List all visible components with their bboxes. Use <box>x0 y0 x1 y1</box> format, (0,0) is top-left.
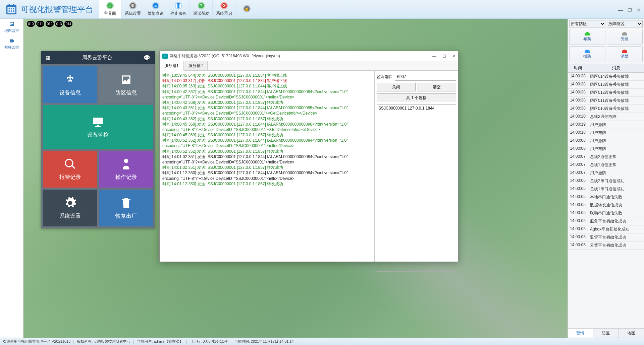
main-canvas: 010011012013014 ▦ 周界云警平台 💬 设备信息防区信息设备监控报… <box>23 19 644 338</box>
dialog-maximize-icon[interactable]: ☐ <box>442 54 446 59</box>
log-line: 时间[14:00:42 368] 发送: SSJC00000001 [127.0… <box>162 100 372 105</box>
minimize-icon[interactable]: — <box>618 7 623 13</box>
close-icon[interactable]: ✕ <box>637 7 641 13</box>
connections-button[interactable]: 共 1 个连接 <box>377 93 456 102</box>
toolbar-主界面[interactable]: ✓主界面 <box>99 0 121 18</box>
zone-chip[interactable]: 014 <box>64 21 72 27</box>
event-row[interactable]: 14:00:08用户布防 <box>568 145 644 153</box>
event-row[interactable]: 14:00:20总线2通信故障 <box>568 113 644 121</box>
dialog-close-icon[interactable]: ✕ <box>452 54 455 59</box>
toolbar-停止服务[interactable]: ❚❚停止服务 <box>167 0 190 18</box>
port-input[interactable] <box>395 73 456 81</box>
tile-panel-title: 周界云警平台 <box>82 55 112 61</box>
event-row[interactable]: 14:00:05数据转发通信成功 <box>568 201 644 209</box>
event-table-header: 时间 消息 <box>568 64 644 73</box>
event-row[interactable]: 14:00:08用户撤防 <box>568 137 644 145</box>
tile-设备信息[interactable]: 设备信息 <box>43 66 97 103</box>
tile-恢复出厂[interactable]: 恢复出厂 <box>99 190 153 226</box>
event-row[interactable]: 14:00:05Agbox平台初始化成功 <box>568 225 644 233</box>
tab-服务器2[interactable]: 服务器2 <box>184 61 208 70</box>
zone-chip[interactable]: 013 <box>55 21 63 27</box>
chat-icon[interactable]: 💬 <box>144 55 150 61</box>
dialog-side: 监听端口 关闭 清空 共 1 个连接 SSJC00000001 127.0.0.… <box>374 71 458 262</box>
event-row[interactable]: 14:00:07总线1通信正常 <box>568 161 644 169</box>
tile-防区信息[interactable]: 防区信息 <box>99 66 153 103</box>
event-row[interactable]: 14:00:05监管平台初始化成功 <box>568 233 644 242</box>
toolbar-调试帮助[interactable]: ?调试帮助 <box>190 0 213 18</box>
toolbar-icon: ? <box>198 2 205 9</box>
clear-button[interactable]: 清空 <box>418 83 457 91</box>
col-message: 消息 <box>588 64 644 72</box>
zone-filter-select[interactable]: 所有防区 <box>569 20 605 27</box>
action-旁路[interactable]: 旁路 <box>607 29 643 45</box>
event-row[interactable]: 14:00:07总线2通信正常 <box>568 153 644 161</box>
event-row[interactable]: 14:00:38防区013设备丢失故障 <box>568 81 644 89</box>
log-line: 时间[14:00:52 352] 发送: SSJC00000001 [127.0… <box>162 149 372 154</box>
log-line: 时间[13:59:45 644] 发送: SSJC00000001 [127.0… <box>162 73 372 78</box>
log-line: 时间[14:00:45 368] 发送: SSJC00000001 [127.0… <box>162 122 372 132</box>
event-row[interactable]: 14:00:05联动串口通信失败 <box>568 209 644 217</box>
event-rows[interactable]: 14:00:38防区014设备丢失故障14:00:38防区013设备丢失故障14… <box>568 73 644 328</box>
bottom-tab-地图[interactable]: 地图 <box>619 329 644 338</box>
event-row[interactable]: 14:00:38防区012设备丢失故障 <box>568 89 644 97</box>
tile-报警记录[interactable]: 报警记录 <box>43 151 97 188</box>
tile-系统设置[interactable]: 系统设置 <box>43 190 97 226</box>
titlebar: 可视化报警管理平台 ✓主界面⚙系统设置≡警情查询❚❚停止服务?调试帮助⟳系统重启… <box>0 0 644 19</box>
calendar-icon: ▦ <box>46 55 51 61</box>
toolbar-icon: ⟳ <box>220 2 228 9</box>
connection-list[interactable]: SSJC00000001 127.0.0.1:1844 <box>377 104 456 272</box>
event-row[interactable]: 14:00:05服务平台初始化成功 <box>568 217 644 225</box>
action-消警[interactable]: 消警 <box>607 46 643 62</box>
tile-设备监控[interactable]: 设备监控 <box>43 105 153 149</box>
dialog-minimize-icon[interactable]: — <box>432 54 436 59</box>
dome-icon <box>622 50 627 53</box>
zone-chip[interactable]: 010 <box>27 21 35 27</box>
server-dialog: ∞ 网络中转服务器 V2022 (QQ: 517216493 WX: feiya… <box>159 51 459 262</box>
dialog-titlebar[interactable]: ∞ 网络中转服务器 V2022 (QQ: 517216493 WX: feiya… <box>160 51 458 61</box>
event-row[interactable]: 14:00:38防区010设备丢失故障 <box>568 105 644 113</box>
sidebar-item-视频监控[interactable]: 视频监控 <box>0 36 23 52</box>
event-row[interactable]: 14:00:19用户撤防 <box>568 121 644 129</box>
infinity-icon: ∞ <box>162 54 168 59</box>
status-time: 当前时间: 2021年11月17日 14:01:14 <box>234 339 294 344</box>
toolbar: ✓主界面⚙系统设置≡警情查询❚❚停止服务?调试帮助⟳系统重启🔓 <box>99 0 258 18</box>
status-copyright: 版权所有: 安防报警技术研究中心 <box>77 339 130 344</box>
log-line: 时间[14:00:43 362] 发送: SSJC00000001 [127.0… <box>162 116 372 122</box>
action-撤防[interactable]: 撤防 <box>569 46 605 62</box>
event-row[interactable]: 14:00:18用户布防 <box>568 129 644 137</box>
toolbar-icon: ✓ <box>106 2 114 9</box>
event-row[interactable]: 14:00:38防区014设备丢失故障 <box>568 73 644 81</box>
event-row[interactable]: 14:00:05云簧平台初始化成功 <box>568 242 644 250</box>
event-row[interactable]: 14:00:05总线2串口通信成功 <box>568 177 644 185</box>
event-row[interactable]: 14:00:07用户撤防 <box>568 169 644 177</box>
toolbar-icon: 🔓 <box>243 5 251 12</box>
toolbar-系统重启[interactable]: ⟳系统重启 <box>213 0 235 18</box>
toolbar-lock[interactable]: 🔓 <box>235 0 258 18</box>
fault-filter-select[interactable]: 故障防区 <box>607 20 643 27</box>
event-row[interactable]: 14:00:05总线1串口通信成功 <box>568 185 644 193</box>
log-line: 时间[14:01:12 350] 发送: SSJC00000001 [127.0… <box>162 181 372 187</box>
bottom-tab-防区[interactable]: 防区 <box>593 329 619 338</box>
event-row[interactable]: 14:00:05本地串口通信失败 <box>568 193 644 201</box>
right-panel: 所有防区 故障防区 布防旁路撤防消警 时间 消息 14:00:38防区014设备… <box>568 19 644 338</box>
toolbar-系统设置[interactable]: ⚙系统设置 <box>121 0 144 18</box>
tile-panel: ▦ 周界云警平台 💬 设备信息防区信息设备监控报警记录操作记录系统设置恢复出厂 <box>41 51 155 228</box>
bottom-tab-警情[interactable]: 警情 <box>568 329 593 338</box>
dome-icon <box>585 32 590 36</box>
zone-chip[interactable]: 012 <box>46 21 54 27</box>
log-line: 时间[14:00:42 367] 发送: SSJC00000001 [127.0… <box>162 89 372 100</box>
event-row[interactable]: 14:00:38防区011设备丢失故障 <box>568 97 644 105</box>
maximize-icon[interactable]: ❐ <box>628 7 632 13</box>
sidebar-item-地图监控[interactable]: 地图监控 <box>0 19 23 36</box>
zone-chip[interactable]: 011 <box>36 21 44 27</box>
tile-操作记录[interactable]: 操作记录 <box>99 151 153 188</box>
log-line: 时间[14:01:12 350] 发送: SSJC00000001 [127.0… <box>162 170 372 181</box>
toolbar-警情查询[interactable]: ≡警情查询 <box>144 0 167 18</box>
action-布防[interactable]: 布防 <box>569 29 605 45</box>
status-bar: 欢迎使用可视化报警管理平台 V20211013| 版权所有: 安防报警技术研究中… <box>0 338 644 345</box>
close-button[interactable]: 关闭 <box>377 83 416 91</box>
connection-item[interactable]: SSJC00000001 127.0.0.1:1844 <box>378 106 454 111</box>
tab-服务器1[interactable]: 服务器1 <box>160 61 184 71</box>
log-area[interactable]: 时间[13:59:45 644] 发送: SSJC00000001 [127.0… <box>160 71 374 262</box>
right-action-buttons: 布防旁路撤防消警 <box>568 29 644 64</box>
